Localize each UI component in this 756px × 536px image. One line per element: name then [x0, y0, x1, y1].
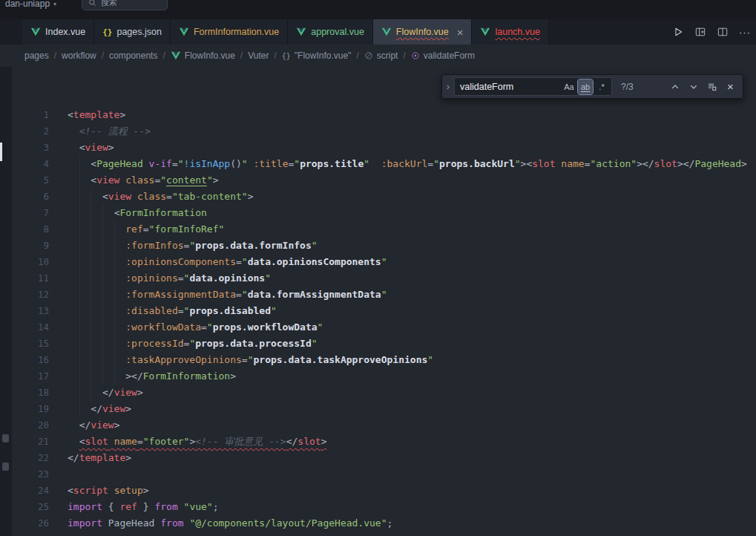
breadcrumb-separator: / [162, 50, 165, 61]
chevron-down-icon: ▾ [53, 1, 56, 7]
code-line-3[interactable]: 3 <view> [12, 140, 756, 156]
line-number[interactable]: 2 [12, 123, 49, 140]
line-content: <FormInformation [68, 205, 207, 221]
line-number[interactable]: 17 [12, 368, 49, 385]
regex-button[interactable]: .* [594, 79, 609, 94]
breadcrumb: pages/workflow/components/FlowInfo.vue/V… [0, 45, 756, 67]
line-number[interactable]: 10 [12, 254, 49, 270]
command-center-search[interactable]: 搜索 [82, 0, 168, 10]
code-line-24[interactable]: 24<script setup> [12, 483, 756, 499]
line-number[interactable]: 12 [12, 287, 49, 303]
line-number[interactable]: 4 [12, 156, 49, 172]
code-line-17[interactable]: 17 ></FormInformation> [12, 368, 756, 385]
code-line-25[interactable]: 25import { ref } from "vue"; [12, 499, 756, 515]
code-line-7[interactable]: 7 <FormInformation [12, 205, 756, 221]
line-number[interactable]: 14 [12, 319, 49, 336]
code-line-12[interactable]: 12 :formAssignmentData="data.formAssignm… [12, 287, 756, 303]
line-number[interactable]: 3 [12, 140, 49, 156]
code-line-18[interactable]: 18 </view> [12, 385, 756, 401]
line-content: </view> [68, 385, 143, 401]
line-number[interactable]: 22 [12, 450, 49, 466]
line-number[interactable]: 1 [12, 107, 49, 123]
line-number[interactable]: 9 [12, 238, 49, 254]
code-line-23[interactable]: 23 [12, 466, 756, 483]
more-actions-button[interactable]: ··· [735, 22, 755, 42]
tab-FlowInfo.vue[interactable]: FlowInfo.vue× [373, 19, 473, 45]
code-line-1[interactable]: 1<template> [12, 107, 756, 123]
line-content: <!-- 流程 --> [68, 123, 151, 140]
workspace-menu[interactable]: dan-uniapp ▾ [5, 0, 56, 9]
line-number[interactable]: 19 [12, 401, 49, 417]
toggle-replace-chevron-icon[interactable]: › [442, 75, 454, 98]
line-number[interactable]: 23 [12, 466, 49, 483]
line-number[interactable]: 13 [12, 303, 49, 319]
line-content: <view class="content"> [68, 172, 219, 189]
code-line-10[interactable]: 10 :opinionsComponents="data.opinionsCom… [12, 254, 756, 270]
code-line-21[interactable]: 21 <slot name="footer"><!-- 审批意见 --></sl… [12, 434, 756, 450]
tab-label: pages.json [116, 27, 161, 37]
line-number[interactable]: 24 [12, 483, 49, 499]
tab-FormInformation.vue[interactable]: FormInformation.vue [171, 19, 288, 45]
find-in-selection-button[interactable] [703, 78, 720, 95]
code-line-4[interactable]: 4 <PageHead v-if="!isInApp()" :title="pr… [12, 156, 756, 172]
code-line-14[interactable]: 14 :workflowData="props.workflowData" [12, 319, 756, 336]
breadcrumb-item-Vuter[interactable]: Vuter [248, 50, 269, 61]
code-area: 1<template>2 <!-- 流程 -->3 <view>4 <PageH… [12, 67, 756, 536]
match-case-button[interactable]: Aa [562, 79, 576, 94]
vue-file-icon [179, 27, 189, 37]
line-number[interactable]: 25 [12, 499, 49, 515]
tab-approval.vue[interactable]: approval.vue [288, 19, 373, 45]
code-line-26[interactable]: 26import PageHead from "@/components/lay… [12, 515, 756, 532]
next-match-button[interactable] [685, 78, 702, 95]
code-line-22[interactable]: 22</template> [12, 450, 756, 466]
line-number[interactable]: 21 [12, 434, 49, 450]
line-number[interactable]: 11 [12, 270, 49, 287]
line-number[interactable]: 20 [12, 417, 49, 434]
code-line-19[interactable]: 19 </view> [12, 401, 756, 417]
line-number[interactable]: 18 [12, 385, 49, 401]
code-line-9[interactable]: 9 :formInfos="props.data.formInfos" [12, 238, 756, 254]
tab-launch.vue[interactable]: launch.vue [472, 19, 548, 45]
close-tab-icon[interactable]: × [457, 27, 464, 38]
breadcrumb-item-pages[interactable]: pages [24, 50, 49, 61]
breadcrumb-item-FlowInfo.vue[interactable]: {}"FlowInfo.vue" [282, 50, 352, 61]
breadcrumb-item-workflow[interactable]: workflow [62, 50, 96, 61]
tab-pages.json[interactable]: {}pages.json [94, 19, 171, 45]
open-preview-button[interactable] [691, 22, 710, 42]
breadcrumb-item-validateForm[interactable]: validateForm [411, 50, 475, 61]
code-line-8[interactable]: 8 ref="formInfoRef" [12, 221, 756, 238]
line-content: :formInfos="props.data.formInfos" [68, 238, 318, 254]
code-line-15[interactable]: 15 :processId="props.data.processId" [12, 336, 756, 352]
tab-label: Index.vue [45, 27, 85, 37]
code-line-2[interactable]: 2 <!-- 流程 --> [12, 123, 756, 140]
line-number[interactable]: 16 [12, 352, 49, 368]
whole-word-button[interactable]: ab [578, 79, 593, 94]
code-line-16[interactable]: 16 :taskApproveOpinions="props.data.task… [12, 352, 756, 368]
breadcrumb-item-components[interactable]: components [109, 50, 157, 61]
breadcrumb-label: script [377, 50, 398, 61]
line-number[interactable]: 7 [12, 205, 49, 221]
json-file-icon: {} [102, 27, 112, 37]
line-number[interactable]: 26 [12, 515, 49, 532]
code-line-5[interactable]: 5 <view class="content"> [12, 172, 756, 189]
tab-Index.vue[interactable]: Index.vue [22, 19, 94, 45]
line-number[interactable]: 8 [12, 221, 49, 238]
run-file-button[interactable] [668, 22, 688, 42]
breadcrumb-label: workflow [62, 50, 96, 61]
code-line-6[interactable]: 6 <view class="tab-content"> [12, 189, 756, 205]
code-line-20[interactable]: 20 </view> [12, 417, 756, 434]
line-number[interactable]: 6 [12, 189, 49, 205]
code-line-13[interactable]: 13 :disabled="props.disabled" [12, 303, 756, 319]
vue-file-icon [30, 27, 41, 37]
split-editor-button[interactable] [713, 22, 732, 42]
find-input[interactable] [460, 82, 560, 92]
find-widget: › Aa ab .* ?/3 × [441, 74, 743, 99]
previous-match-button[interactable] [666, 78, 683, 95]
find-match-count: ?/3 [621, 82, 642, 92]
breadcrumb-item-script[interactable]: script [364, 50, 398, 61]
breadcrumb-item-FlowInfo.vue[interactable]: FlowInfo.vue [171, 50, 235, 61]
line-number[interactable]: 5 [12, 172, 49, 189]
code-line-11[interactable]: 11 :opinions="data.opinions" [12, 270, 756, 287]
close-find-button[interactable]: × [722, 78, 739, 95]
line-number[interactable]: 15 [12, 336, 49, 352]
